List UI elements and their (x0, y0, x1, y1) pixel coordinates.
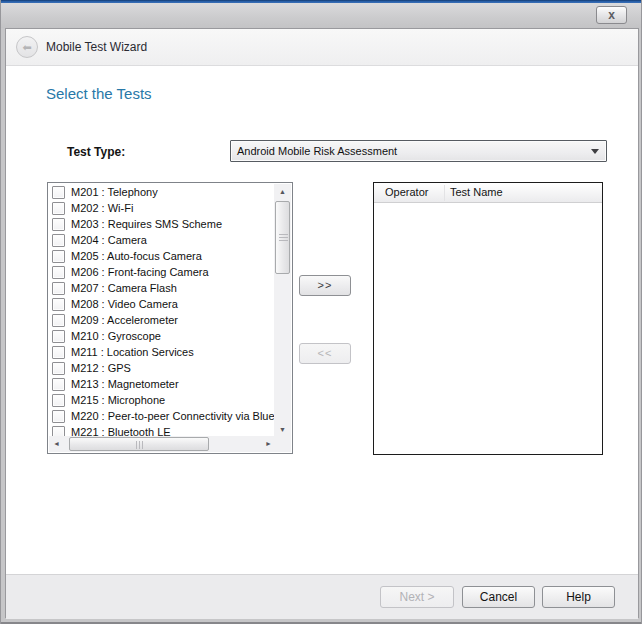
list-item-label: M213 : Magnetometer (71, 378, 179, 390)
mobile-test-wizard-window: x ⬅ Mobile Test Wizard Select the Tests … (0, 0, 642, 624)
list-item[interactable]: M206 : Front-facing Camera (49, 264, 275, 280)
scroll-thumb-grip-icon (136, 441, 144, 449)
cancel-button[interactable]: Cancel (462, 586, 535, 608)
list-item[interactable]: M213 : Magnetometer (49, 376, 275, 392)
list-item[interactable]: M211 : Location Services (49, 344, 275, 360)
close-icon[interactable]: x (596, 6, 627, 24)
scroll-up-icon[interactable]: ▲ (274, 184, 291, 199)
horizontal-scrollbar[interactable]: ◄ ► (49, 436, 276, 452)
checkbox[interactable] (52, 250, 65, 263)
list-item-label: M201 : Telephony (71, 186, 158, 198)
checkbox[interactable] (52, 362, 65, 375)
column-header-operator[interactable]: Operator (385, 186, 428, 198)
list-item[interactable]: M220 : Peer-to-peer Connectivity via Blu… (49, 408, 275, 424)
vertical-scrollbar[interactable]: ▲ ▼ (274, 184, 291, 437)
checkbox[interactable] (52, 218, 65, 231)
list-item-label: M215 : Microphone (71, 394, 165, 406)
list-item[interactable]: M209 : Accelerometer (49, 312, 275, 328)
help-button[interactable]: Help (542, 586, 615, 608)
checkbox[interactable] (52, 202, 65, 215)
list-item-label: M207 : Camera Flash (71, 282, 177, 294)
list-item-label: M204 : Camera (71, 234, 147, 246)
horizontal-scrollbar-thumb[interactable] (69, 437, 209, 451)
list-item-label: M206 : Front-facing Camera (71, 266, 209, 278)
scroll-down-icon[interactable]: ▼ (274, 422, 291, 437)
list-item-label: M220 : Peer-to-peer Connectivity via Blu… (71, 410, 275, 422)
test-type-dropdown[interactable]: Android Mobile Risk Assessment (230, 140, 607, 162)
list-item-label: M212 : GPS (71, 362, 131, 374)
list-item[interactable]: M201 : Telephony (49, 184, 275, 200)
list-item[interactable]: M207 : Camera Flash (49, 280, 275, 296)
back-arrow-icon[interactable]: ⬅ (16, 36, 38, 58)
vertical-scrollbar-thumb[interactable] (275, 201, 290, 274)
titlebar[interactable]: x (1, 3, 641, 28)
next-button[interactable]: Next > (380, 586, 454, 608)
wizard-header: ⬅ Mobile Test Wizard (6, 29, 638, 66)
page-title: Select the Tests (46, 85, 152, 102)
checkbox[interactable] (52, 410, 65, 423)
list-item-label: M202 : Wi-Fi (71, 202, 133, 214)
scroll-thumb-grip-icon (279, 234, 288, 242)
selected-tests-body (374, 204, 602, 454)
checkbox[interactable] (52, 314, 65, 327)
add-tests-button[interactable]: >> (299, 275, 351, 296)
available-tests-listbox[interactable]: M201 : TelephonyM202 : Wi-FiM203 : Requi… (47, 182, 293, 454)
column-separator (444, 185, 445, 201)
checkbox[interactable] (52, 378, 65, 391)
list-item-label: M211 : Location Services (71, 346, 194, 358)
column-header-test-name[interactable]: Test Name (450, 186, 503, 198)
checkbox[interactable] (52, 394, 65, 407)
list-item[interactable]: M215 : Microphone (49, 392, 275, 408)
list-item[interactable]: M203 : Requires SMS Scheme (49, 216, 275, 232)
list-item-label: M205 : Auto-focus Camera (71, 250, 202, 262)
wizard-title: Mobile Test Wizard (46, 40, 147, 54)
scrollbar-corner (274, 436, 291, 452)
checkbox[interactable] (52, 298, 65, 311)
list-item[interactable]: M210 : Gyroscope (49, 328, 275, 344)
scroll-left-icon[interactable]: ◄ (49, 436, 64, 452)
checkbox[interactable] (52, 234, 65, 247)
list-item[interactable]: M208 : Video Camera (49, 296, 275, 312)
test-type-label: Test Type: (67, 145, 125, 159)
selected-tests-header: Operator Test Name (374, 183, 602, 203)
list-item[interactable]: M202 : Wi-Fi (49, 200, 275, 216)
list-item[interactable]: M212 : GPS (49, 360, 275, 376)
footer-bar: Next > Cancel Help (6, 574, 638, 619)
chevron-down-icon (591, 149, 599, 154)
checkbox[interactable] (52, 346, 65, 359)
checkbox[interactable] (52, 330, 65, 343)
list-item-label: M210 : Gyroscope (71, 330, 161, 342)
test-type-selected-value: Android Mobile Risk Assessment (237, 145, 397, 157)
list-item[interactable]: M205 : Auto-focus Camera (49, 248, 275, 264)
dialog-body: ⬅ Mobile Test Wizard Select the Tests Te… (5, 28, 639, 618)
available-tests-list: M201 : TelephonyM202 : Wi-FiM203 : Requi… (49, 184, 275, 437)
checkbox[interactable] (52, 282, 65, 295)
remove-tests-button[interactable]: << (299, 343, 351, 364)
selected-tests-panel[interactable]: Operator Test Name (373, 182, 603, 455)
list-item[interactable]: M204 : Camera (49, 232, 275, 248)
checkbox[interactable] (52, 186, 65, 199)
list-item-label: M203 : Requires SMS Scheme (71, 218, 222, 230)
list-item-label: M209 : Accelerometer (71, 314, 178, 326)
list-item-label: M208 : Video Camera (71, 298, 178, 310)
checkbox[interactable] (52, 266, 65, 279)
